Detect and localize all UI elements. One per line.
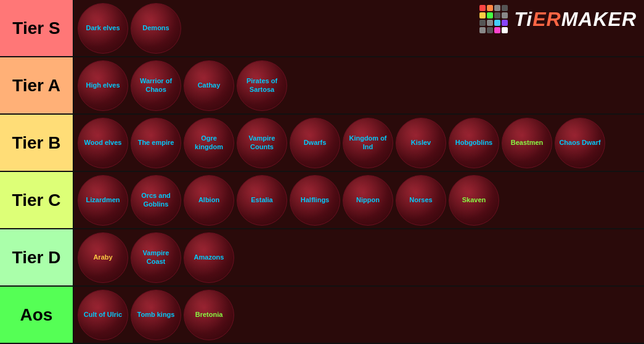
tier-list: Tier S Dark elves Demons Tier A High elv… — [0, 0, 644, 344]
tier-row-d: Tier D Araby Vampire Coast Amazons — [0, 229, 644, 287]
logo-cell — [479, 12, 486, 18]
logo-cell — [487, 12, 493, 18]
faction-tomb-kings[interactable]: Tomb kings — [131, 290, 181, 340]
faction-kingdom-of-ind[interactable]: Kingdom of Ind — [343, 118, 393, 168]
logo-cell — [494, 12, 500, 18]
faction-amazons[interactable]: Amazons — [184, 232, 234, 283]
faction-ogre-kingdom[interactable]: Ogre kingdom — [184, 118, 234, 168]
faction-araby[interactable]: Araby — [78, 232, 128, 283]
faction-halflings[interactable]: Halflings — [290, 175, 340, 226]
tier-row-aos: Aos Cult of Ulric Tomb kings Bretonia — [0, 287, 644, 344]
faction-hobgoblins[interactable]: Hobgoblins — [449, 118, 499, 168]
tier-d-content: Araby Vampire Coast Amazons — [74, 229, 644, 285]
faction-bretonia[interactable]: Bretonia — [184, 290, 234, 340]
tier-d-label: Tier D — [0, 229, 74, 285]
faction-nippon[interactable]: Nippon — [343, 175, 393, 226]
faction-high-elves[interactable]: High elves — [78, 60, 128, 111]
faction-warrior-of-chaos[interactable]: Warrior of Chaos — [131, 60, 181, 111]
tier-c-label: Tier C — [0, 172, 74, 228]
tiermaker-logo: TiERMAKER — [479, 5, 637, 33]
logo-cell — [502, 12, 508, 18]
faction-demons[interactable]: Demons — [131, 3, 181, 54]
faction-cult-of-ulric[interactable]: Cult of Ulric — [78, 290, 128, 340]
tier-row-b: Tier B Wood elves The empire Ogre kingdo… — [0, 115, 644, 172]
tier-s-label: Tier S — [0, 0, 74, 56]
faction-skaven[interactable]: Skaven — [449, 175, 499, 226]
faction-norses[interactable]: Norses — [396, 175, 446, 226]
tier-row-c: Tier C Lizardmen Orcs and Goblins Albion… — [0, 172, 644, 229]
logo-grid — [479, 5, 508, 33]
logo-cell — [487, 20, 493, 26]
faction-lizardmen[interactable]: Lizardmen — [78, 175, 128, 226]
tier-a-label: Tier A — [0, 57, 74, 113]
tier-row-a: Tier A High elves Warrior of Chaos Catha… — [0, 57, 644, 115]
tier-aos-label: Aos — [0, 287, 74, 343]
faction-dwarfs[interactable]: Dwarfs — [290, 118, 340, 168]
faction-chaos-dwarf[interactable]: Chaos Dwarf — [555, 118, 605, 168]
tier-aos-content: Cult of Ulric Tomb kings Bretonia — [74, 287, 644, 343]
tier-c-content: Lizardmen Orcs and Goblins Albion Estali… — [74, 172, 644, 228]
logo-cell — [502, 20, 508, 26]
faction-beastmen[interactable]: Beastmen — [502, 118, 552, 168]
logo-cell — [494, 5, 500, 11]
logo-cell — [479, 20, 486, 26]
logo-cell — [479, 27, 486, 33]
faction-albion[interactable]: Albion — [184, 175, 234, 226]
faction-vampire-counts[interactable]: Vampire Counts — [237, 118, 287, 168]
logo-cell — [479, 5, 486, 11]
faction-vampire-coast[interactable]: Vampire Coast — [131, 232, 181, 283]
tier-b-label: Tier B — [0, 115, 74, 171]
logo-cell — [494, 20, 500, 26]
faction-kislev[interactable]: Kislev — [396, 118, 446, 168]
faction-wood-elves[interactable]: Wood elves — [78, 118, 128, 168]
faction-orcs-and-goblins[interactable]: Orcs and Goblins — [131, 175, 181, 226]
logo-cell — [487, 5, 493, 11]
logo-cell — [502, 27, 508, 33]
faction-cathay[interactable]: Cathay — [184, 60, 234, 111]
tier-b-content: Wood elves The empire Ogre kingdom Vampi… — [74, 115, 644, 171]
tier-a-content: High elves Warrior of Chaos Cathay Pirat… — [74, 57, 644, 113]
logo-cell — [502, 5, 508, 11]
faction-the-empire[interactable]: The empire — [131, 118, 181, 168]
faction-pirates-of-sartosa[interactable]: Pirates of Sartosa — [237, 60, 287, 111]
faction-dark-elves[interactable]: Dark elves — [78, 3, 128, 54]
logo-cell — [487, 27, 493, 33]
faction-estalia[interactable]: Estalia — [237, 175, 287, 226]
logo-cell — [494, 27, 500, 33]
logo-text: TiERMAKER — [514, 8, 637, 31]
